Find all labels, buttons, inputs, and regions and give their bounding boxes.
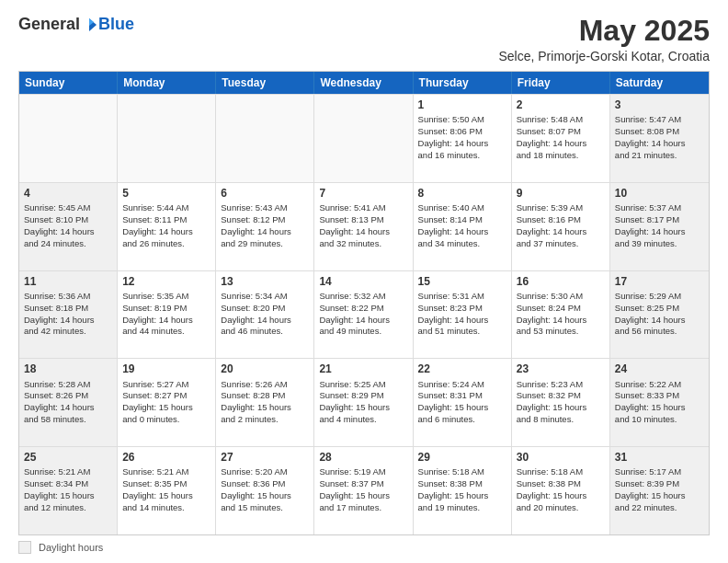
cal-cell: 24Sunrise: 5:22 AMSunset: 8:33 PMDayligh… xyxy=(610,359,709,446)
day-number: 29 xyxy=(418,450,506,465)
day-info-line: and 22 minutes. xyxy=(615,502,704,514)
cal-cell: 4Sunrise: 5:45 AMSunset: 8:10 PMDaylight… xyxy=(19,183,118,270)
day-info-line: Sunrise: 5:48 AM xyxy=(517,114,605,126)
day-info-line: Daylight: 15 hours xyxy=(221,490,309,502)
day-info-line: Sunrise: 5:44 AM xyxy=(122,202,210,214)
day-info-line: and 8 minutes. xyxy=(517,414,605,426)
day-info-line: Sunset: 8:38 PM xyxy=(517,478,605,490)
day-info-line: Sunset: 8:18 PM xyxy=(24,303,112,315)
day-info-line: Daylight: 14 hours xyxy=(24,402,112,414)
day-info-line: Sunrise: 5:26 AM xyxy=(221,379,309,391)
day-number: 11 xyxy=(24,274,112,289)
cal-cell: 10Sunrise: 5:37 AMSunset: 8:17 PMDayligh… xyxy=(610,183,709,270)
cal-cell: 12Sunrise: 5:35 AMSunset: 8:19 PMDayligh… xyxy=(118,271,216,359)
day-info-line: Daylight: 14 hours xyxy=(319,226,407,238)
day-number: 14 xyxy=(319,274,407,289)
day-info-line: Sunset: 8:23 PM xyxy=(418,303,506,315)
day-info-line: Daylight: 15 hours xyxy=(615,402,704,414)
logo-icon xyxy=(81,17,97,33)
day-info-line: and 2 minutes. xyxy=(221,414,309,426)
day-info-line: Daylight: 15 hours xyxy=(122,490,210,502)
day-info-line: Sunrise: 5:22 AM xyxy=(615,379,704,391)
day-number: 10 xyxy=(615,186,704,201)
day-number: 19 xyxy=(122,362,210,376)
day-info-line: Sunset: 8:35 PM xyxy=(122,478,210,490)
cal-header-friday: Friday xyxy=(512,72,610,94)
day-info-line: Sunrise: 5:40 AM xyxy=(418,202,506,214)
day-info-line: and 16 minutes. xyxy=(418,150,506,162)
day-info-line: Sunset: 8:37 PM xyxy=(319,478,407,490)
day-info-line: Daylight: 14 hours xyxy=(517,226,605,238)
cal-week-3: 18Sunrise: 5:28 AMSunset: 8:26 PMDayligh… xyxy=(19,358,709,446)
legend-shaded-box xyxy=(18,541,31,554)
day-number: 6 xyxy=(221,186,309,201)
day-info-line: Sunset: 8:36 PM xyxy=(221,478,309,490)
day-number: 21 xyxy=(319,362,407,376)
day-info-line: Sunset: 8:08 PM xyxy=(615,126,704,138)
day-info-line: Daylight: 14 hours xyxy=(615,315,704,327)
day-number: 26 xyxy=(122,450,210,465)
day-info-line: and 6 minutes. xyxy=(418,414,506,426)
day-info-line: Sunrise: 5:21 AM xyxy=(24,466,112,478)
day-info-line: and 29 minutes. xyxy=(221,238,309,250)
cal-header-saturday: Saturday xyxy=(610,72,709,94)
day-info-line: Daylight: 14 hours xyxy=(319,315,407,327)
legend-label: Daylight hours xyxy=(39,542,103,553)
day-info-line: Sunrise: 5:47 AM xyxy=(615,114,704,126)
day-info-line: Daylight: 14 hours xyxy=(418,315,506,327)
day-info-line: Sunrise: 5:18 AM xyxy=(418,466,506,478)
cal-cell: 21Sunrise: 5:25 AMSunset: 8:29 PMDayligh… xyxy=(314,359,413,446)
cal-cell: 28Sunrise: 5:19 AMSunset: 8:37 PMDayligh… xyxy=(314,447,413,534)
day-info-line: and 10 minutes. xyxy=(615,414,704,426)
day-info-line: Sunrise: 5:37 AM xyxy=(615,202,704,214)
day-info-line: Daylight: 14 hours xyxy=(615,138,704,150)
cal-cell: 23Sunrise: 5:23 AMSunset: 8:32 PMDayligh… xyxy=(512,359,610,446)
day-number: 2 xyxy=(517,98,605,112)
cal-week-2: 11Sunrise: 5:36 AMSunset: 8:18 PMDayligh… xyxy=(19,270,709,359)
day-info-line: and 24 minutes. xyxy=(24,238,112,250)
day-info-line: Daylight: 15 hours xyxy=(418,490,506,502)
day-number: 27 xyxy=(221,450,309,465)
day-number: 17 xyxy=(615,274,704,289)
day-info-line: Daylight: 14 hours xyxy=(24,315,112,327)
day-info-line: and 12 minutes. xyxy=(24,502,112,514)
day-info-line: Sunrise: 5:36 AM xyxy=(24,291,112,303)
cal-header-thursday: Thursday xyxy=(414,72,512,94)
day-info-line: and 39 minutes. xyxy=(615,238,704,250)
calendar: SundayMondayTuesdayWednesdayThursdayFrid… xyxy=(18,71,710,535)
day-info-line: Sunset: 8:22 PM xyxy=(319,303,407,315)
day-number: 25 xyxy=(24,450,112,465)
cal-cell: 14Sunrise: 5:32 AMSunset: 8:22 PMDayligh… xyxy=(314,271,413,359)
day-info-line: Sunrise: 5:18 AM xyxy=(517,466,605,478)
day-info-line: and 20 minutes. xyxy=(517,502,605,514)
cal-week-4: 25Sunrise: 5:21 AMSunset: 8:34 PMDayligh… xyxy=(19,446,709,534)
day-info-line: Daylight: 15 hours xyxy=(221,402,309,414)
cal-header-tuesday: Tuesday xyxy=(216,72,314,94)
cal-cell: 7Sunrise: 5:41 AMSunset: 8:13 PMDaylight… xyxy=(314,183,413,270)
day-info-line: Sunrise: 5:45 AM xyxy=(24,202,112,214)
cal-cell: 22Sunrise: 5:24 AMSunset: 8:31 PMDayligh… xyxy=(414,359,512,446)
day-number: 18 xyxy=(24,362,112,376)
day-info-line: and 19 minutes. xyxy=(418,502,506,514)
cal-cell: 26Sunrise: 5:21 AMSunset: 8:35 PMDayligh… xyxy=(118,447,216,534)
cal-cell: 6Sunrise: 5:43 AMSunset: 8:12 PMDaylight… xyxy=(216,183,314,270)
day-info-line: and 46 minutes. xyxy=(221,326,309,338)
day-info-line: Sunset: 8:28 PM xyxy=(221,390,309,402)
day-info-line: Sunset: 8:29 PM xyxy=(319,390,407,402)
day-info-line: Sunrise: 5:28 AM xyxy=(24,379,112,391)
page: General Blue May 2025 Selce, Primorje-Go… xyxy=(0,0,728,563)
cal-cell: 15Sunrise: 5:31 AMSunset: 8:23 PMDayligh… xyxy=(414,271,512,359)
title-block: May 2025 Selce, Primorje-Gorski Kotar, C… xyxy=(498,15,710,63)
day-info-line: Sunrise: 5:20 AM xyxy=(221,466,309,478)
day-info-line: Sunrise: 5:27 AM xyxy=(122,379,210,391)
day-info-line: Sunset: 8:38 PM xyxy=(418,478,506,490)
logo: General Blue xyxy=(18,15,134,34)
day-info-line: Sunrise: 5:31 AM xyxy=(418,291,506,303)
day-info-line: Sunset: 8:17 PM xyxy=(615,214,704,226)
day-number: 1 xyxy=(418,98,506,112)
calendar-header-row: SundayMondayTuesdayWednesdayThursdayFrid… xyxy=(19,72,709,94)
day-info-line: Daylight: 15 hours xyxy=(122,402,210,414)
cal-cell: 17Sunrise: 5:29 AMSunset: 8:25 PMDayligh… xyxy=(610,271,709,359)
day-info-line: Daylight: 14 hours xyxy=(221,315,309,327)
day-info-line: Sunset: 8:26 PM xyxy=(24,390,112,402)
